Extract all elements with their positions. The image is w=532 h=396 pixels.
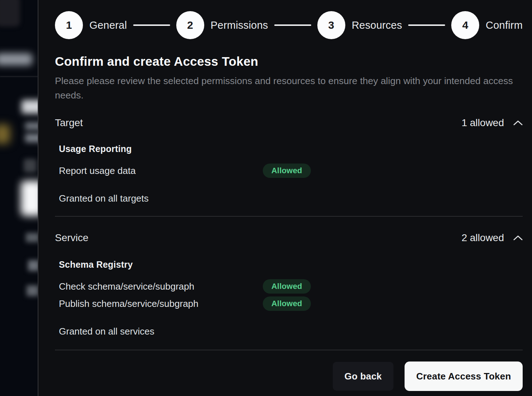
- step-number-badge: 2: [176, 11, 204, 39]
- granted-note-services: Granted on all services: [55, 326, 523, 337]
- section-name: Service: [55, 232, 88, 244]
- blurred-logo: [0, 0, 20, 27]
- blurred-text-line: [26, 233, 38, 242]
- permission-row: Check schema/service/subgraph Allowed: [59, 279, 523, 294]
- create-access-token-modal: 1 General 2 Permissions 3 Resources 4 Co…: [38, 0, 532, 396]
- blurred-warning-block: [0, 124, 10, 144]
- status-badge: Allowed: [263, 279, 311, 294]
- screen: 1 General 2 Permissions 3 Resources 4 Co…: [0, 0, 532, 396]
- footer-divider: [55, 350, 523, 350]
- permission-group-schema-registry: Schema Registry Check schema/service/sub…: [55, 259, 523, 311]
- step-number: 2: [187, 19, 193, 31]
- create-access-token-button[interactable]: Create Access Token: [405, 362, 523, 391]
- wizard-stepper: 1 General 2 Permissions 3 Resources 4 Co…: [55, 11, 523, 39]
- allowed-count: 2 allowed: [462, 232, 504, 244]
- step-connector: [408, 24, 445, 26]
- modal-footer: Go back Create Access Token: [55, 362, 523, 391]
- section-divider: [55, 216, 523, 217]
- step-label: General: [89, 19, 127, 31]
- step-resources[interactable]: 3 Resources: [317, 11, 402, 39]
- section-header-service[interactable]: Service 2 allowed: [55, 232, 523, 244]
- section-header-target[interactable]: Target 1 allowed: [55, 117, 523, 129]
- blurred-text-line: [27, 285, 38, 296]
- allowed-count: 1 allowed: [462, 117, 504, 129]
- group-title: Schema Registry: [59, 259, 523, 270]
- step-confirm[interactable]: 4 Confirm: [451, 11, 523, 39]
- blurred-white-button: [21, 181, 38, 216]
- granted-note-targets: Granted on all targets: [55, 193, 523, 204]
- step-number-badge: 1: [55, 11, 83, 39]
- group-title: Usage Reporting: [59, 143, 523, 154]
- step-number-badge: 3: [317, 11, 345, 39]
- page-title: Confirm and create Access Token: [55, 54, 523, 69]
- step-number: 1: [66, 19, 72, 31]
- step-number-badge: 4: [451, 11, 479, 39]
- permission-row: Publish schema/service/subgraph Allowed: [59, 296, 523, 311]
- blurred-text-line: [25, 122, 38, 130]
- blurred-sidebar-heading: [0, 53, 32, 65]
- blurred-icon: [24, 159, 37, 172]
- blurred-text-line: [28, 260, 38, 271]
- status-badge: Allowed: [263, 296, 311, 311]
- page-description: Please please review the selected permis…: [55, 74, 522, 102]
- blurred-sidebar-divider: [0, 76, 38, 77]
- section-name: Target: [55, 117, 83, 129]
- status-badge: Allowed: [263, 164, 311, 178]
- step-general[interactable]: 1 General: [55, 11, 127, 39]
- permission-group-usage-reporting: Usage Reporting Report usage data Allowe…: [55, 143, 523, 178]
- permission-label: Check schema/service/subgraph: [59, 281, 263, 292]
- blurred-page-title: [22, 100, 38, 114]
- chevron-up-icon[interactable]: [513, 120, 523, 126]
- permission-label: Report usage data: [59, 165, 263, 176]
- go-back-button[interactable]: Go back: [333, 362, 393, 391]
- step-connector: [133, 24, 170, 26]
- chevron-up-icon[interactable]: [513, 235, 523, 241]
- step-permissions[interactable]: 2 Permissions: [176, 11, 268, 39]
- blurred-text-line: [25, 134, 38, 142]
- step-label: Confirm: [486, 19, 523, 31]
- step-label: Permissions: [211, 19, 268, 31]
- permission-row: Report usage data Allowed: [59, 164, 523, 178]
- step-number: 4: [462, 19, 468, 31]
- background-page-blurred: [0, 0, 38, 396]
- permission-label: Publish schema/service/subgraph: [59, 298, 263, 309]
- step-label: Resources: [352, 19, 402, 31]
- step-connector: [274, 24, 311, 26]
- step-number: 3: [328, 19, 334, 31]
